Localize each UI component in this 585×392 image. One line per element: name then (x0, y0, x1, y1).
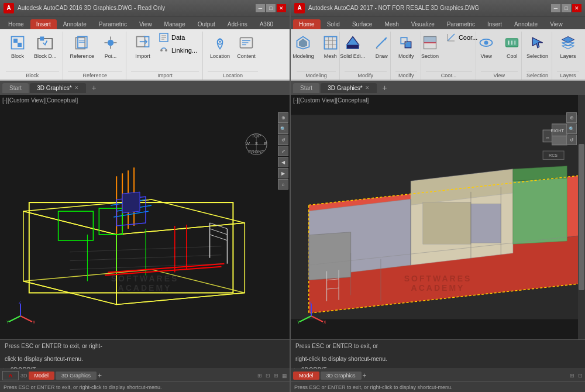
right-scrollbar-thumb[interactable] (579, 144, 584, 291)
right-status-icon-2: ⊡ (578, 373, 583, 379)
svg-text:E: E (264, 141, 267, 146)
right-ribbon-item-modify[interactable]: Modify (394, 32, 418, 61)
svg-marker-75 (299, 39, 307, 47)
left-tab-insert[interactable]: Insert (30, 19, 57, 29)
content-icon (237, 33, 256, 52)
left-tab-a360[interactable]: A360 (254, 19, 279, 29)
coord-icon (446, 32, 456, 43)
right-tab-insert[interactable]: Insert (481, 19, 508, 29)
right-ribbon-item-section[interactable]: Section (418, 32, 442, 61)
right-tab-annotate[interactable]: Annotate (508, 19, 543, 29)
right-scrollbar[interactable] (578, 95, 585, 339)
left-command-bar: Press ESC or ENTER to exit, or right- cl… (0, 339, 290, 369)
nav-pan-button[interactable]: ⊕ (278, 112, 288, 123)
linking-label: Linking... (171, 47, 197, 54)
right-tab-close-icon[interactable]: ✕ (365, 85, 370, 91)
right-tab-parametric[interactable]: Parametric (441, 19, 481, 29)
right-tab-visualize[interactable]: Visualize (405, 19, 441, 29)
right-tab-surface[interactable]: Surface (346, 19, 378, 29)
right-ribbon-item-solidedit[interactable]: Solid Edi... (338, 32, 367, 61)
left-doc-tab-3dgraphics[interactable]: 3D Graphics* ✕ (30, 83, 85, 93)
right-ribbon-item-modeling[interactable]: Modeling (291, 32, 316, 61)
point-icon (101, 33, 120, 52)
right-close-button[interactable]: ✕ (572, 4, 581, 12)
left-tab-annotate[interactable]: Annotate (57, 19, 92, 29)
left-ribbon-item-blockd[interactable]: Block D... (32, 32, 59, 61)
left-layout-tab[interactable]: 3D Graphics (56, 372, 97, 380)
nav-orbit-button[interactable]: ↺ (278, 135, 288, 145)
right-tab-solid[interactable]: Solid (321, 19, 346, 29)
modify-label: Modify (398, 53, 414, 59)
left-maximize-button[interactable]: □ (266, 4, 276, 12)
mesh-icon (321, 33, 340, 52)
right-orbit-indicator: X Y Z (297, 301, 326, 331)
right-tab-home[interactable]: Home (293, 19, 321, 29)
import-icon (133, 33, 152, 52)
right-minimize-button[interactable]: ─ (551, 4, 560, 12)
left-ribbon-item-reference[interactable]: Reference (68, 32, 97, 61)
right-ribbon-item-layers[interactable]: Layers (556, 32, 580, 61)
right-tab-add[interactable]: + (363, 372, 367, 380)
right-doc-tab-3dgraphics[interactable]: 3D Graphics* ✕ (321, 83, 376, 93)
left-minimize-button[interactable]: ─ (256, 4, 265, 12)
right-command-bar: Press ESC or ENTER to exit, or right-cli… (291, 339, 585, 369)
right-tab-mesh[interactable]: Mesh (378, 19, 404, 29)
right-viewport[interactable]: [-][Custom View][Conceptual] (291, 95, 585, 339)
right-status-text-bar: Press ESC or ENTER to exit, or right-cli… (294, 384, 453, 390)
draw-icon (372, 33, 391, 52)
right-group-label-draw: Modify (345, 71, 387, 80)
left-viewport[interactable]: [-][Custom View][Conceptual] (0, 95, 290, 339)
left-status-icon-3: ⊞ (274, 373, 278, 379)
nav-next-button[interactable]: ▶ (278, 168, 288, 178)
right-nav-orbit-button[interactable]: ↺ (566, 135, 577, 145)
left-model-tab[interactable]: Model (29, 372, 55, 380)
right-ribbon-item-view[interactable]: View (474, 32, 498, 61)
left-tab-add[interactable]: + (98, 372, 102, 380)
left-ribbon-item-linking[interactable]: Linking... (157, 44, 199, 56)
right-maximize-button[interactable]: □ (562, 4, 571, 12)
left-ribbon-item-point[interactable]: Poi... (99, 32, 122, 61)
right-ribbon-item-coord[interactable]: Coor... (444, 32, 479, 43)
left-tab-parametric[interactable]: Parametric (93, 19, 133, 29)
right-nav-zoom-button[interactable]: 🔍 (566, 123, 577, 134)
left-ribbon-item-location[interactable]: Location (208, 32, 232, 61)
left-tab-view[interactable]: View (133, 19, 158, 29)
left-tab-addins[interactable]: Add-ins (222, 19, 253, 29)
left-tab-home[interactable]: Home (2, 19, 30, 29)
svg-rect-5 (76, 37, 85, 49)
left-doc-tab-start[interactable]: Start (2, 83, 29, 93)
nav-extent-button[interactable]: ⤢ (278, 146, 288, 156)
left-doc-tab-add[interactable]: + (87, 81, 101, 94)
left-close-button[interactable]: ✕ (277, 4, 286, 12)
left-ribbon-item-data[interactable]: Data (157, 32, 199, 43)
nav-prev-button[interactable]: ◀ (278, 157, 288, 167)
right-tab-view[interactable]: View (544, 19, 569, 29)
right-ribbon-item-draw[interactable]: Draw (370, 32, 393, 61)
right-model-tab[interactable]: Model (293, 372, 319, 380)
left-ribbon-group-reference: Reference Poi... Reference (64, 32, 127, 80)
left-ribbon-item-content[interactable]: Content (235, 32, 258, 61)
left-tab-manage[interactable]: Manage (159, 19, 191, 29)
right-ribbon: Modeling Mesh Modeling (291, 29, 585, 81)
svg-text:W: W (246, 141, 250, 146)
right-nav-pan-button[interactable]: ⊕ (566, 112, 577, 123)
right-coord-items: Coor... (444, 32, 479, 43)
svg-point-97 (484, 41, 488, 45)
left-ribbon-item-import[interactable]: Import (131, 32, 154, 61)
left-ribbon-small-items: Data Linking... (157, 32, 199, 56)
right-ribbon-group-modify: Modify Modify (392, 32, 421, 80)
right-layout-tab[interactable]: 3D Graphics (321, 372, 362, 380)
right-ribbon-item-selection[interactable]: Selection (524, 32, 550, 61)
right-doc-tab-start[interactable]: Start (293, 83, 319, 93)
nav-zoom-button[interactable]: 🔍 (278, 123, 288, 134)
left-tab-close-icon[interactable]: ✕ (74, 85, 79, 91)
svg-line-86 (377, 48, 378, 49)
right-doc-tab-add[interactable]: + (378, 81, 392, 94)
left-tab-output[interactable]: Output (192, 19, 221, 29)
svg-text:RCS: RCS (549, 153, 558, 158)
right-group-label-modify: Modify (395, 71, 417, 80)
nav-home-button[interactable]: ⌂ (278, 179, 288, 190)
left-ribbon-item-block[interactable]: Block (6, 32, 29, 61)
right-ribbon-item-cool[interactable]: Cool (500, 32, 524, 61)
solidedit-label: Solid Edi... (340, 53, 365, 59)
